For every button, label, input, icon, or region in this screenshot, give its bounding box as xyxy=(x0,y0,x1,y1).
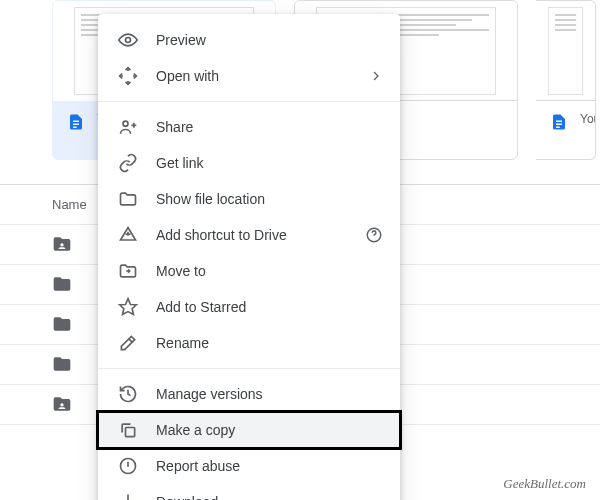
menu-label: Rename xyxy=(156,335,384,351)
menu-item-move-to[interactable]: Move to xyxy=(98,253,400,289)
menu-label: Manage versions xyxy=(156,386,384,402)
menu-item-manage-versions[interactable]: Manage versions xyxy=(98,376,400,412)
menu-item-open-with[interactable]: Open with xyxy=(98,58,400,94)
menu-item-add-shortcut[interactable]: Add shortcut to Drive xyxy=(98,217,400,253)
history-icon xyxy=(118,384,138,404)
folder-outline-icon xyxy=(118,189,138,209)
svg-line-10 xyxy=(129,339,132,342)
doc-icon xyxy=(67,113,85,131)
svg-marker-9 xyxy=(120,299,137,315)
menu-item-report-abuse[interactable]: Report abuse xyxy=(98,448,400,484)
star-icon xyxy=(118,297,138,317)
menu-item-share[interactable]: Share xyxy=(98,109,400,145)
file-thumbnail xyxy=(536,1,595,101)
pencil-icon xyxy=(118,333,138,353)
chevron-right-icon xyxy=(368,68,384,84)
move-to-icon xyxy=(118,261,138,281)
folder-icon xyxy=(52,274,72,294)
alert-icon xyxy=(118,456,138,476)
file-subtitle: You xyxy=(580,111,596,128)
shared-folder-icon xyxy=(52,234,72,254)
svg-rect-11 xyxy=(126,428,135,437)
copy-icon xyxy=(118,420,138,440)
menu-label: Preview xyxy=(156,32,384,48)
svg-point-0 xyxy=(126,38,131,43)
person-add-icon xyxy=(118,117,138,137)
context-menu: Preview Open with Share Get link Show fi… xyxy=(98,14,400,500)
menu-label: Open with xyxy=(156,68,368,84)
menu-label: Share xyxy=(156,119,384,135)
eye-icon xyxy=(118,30,138,50)
menu-item-download[interactable]: Download xyxy=(98,484,400,500)
menu-label: Show file location xyxy=(156,191,384,207)
drive-shortcut-icon xyxy=(118,225,138,245)
menu-item-show-location[interactable]: Show file location xyxy=(98,181,400,217)
file-card[interactable]: You xyxy=(536,0,596,160)
menu-label: Get link xyxy=(156,155,384,171)
menu-item-make-a-copy[interactable]: Make a copy xyxy=(98,412,400,448)
menu-label: Add shortcut to Drive xyxy=(156,227,364,243)
menu-item-add-starred[interactable]: Add to Starred xyxy=(98,289,400,325)
open-with-icon xyxy=(118,66,138,86)
menu-label: Make a copy xyxy=(156,422,384,438)
watermark: GeekBullet.com xyxy=(503,476,586,492)
doc-icon xyxy=(550,113,568,131)
link-icon xyxy=(118,153,138,173)
menu-label: Add to Starred xyxy=(156,299,384,315)
folder-icon xyxy=(52,314,72,334)
menu-separator xyxy=(98,101,400,102)
menu-item-rename[interactable]: Rename xyxy=(98,325,400,361)
menu-label: Report abuse xyxy=(156,458,384,474)
folder-icon xyxy=(52,354,72,374)
menu-item-get-link[interactable]: Get link xyxy=(98,145,400,181)
menu-label: Download xyxy=(156,494,384,500)
menu-label: Move to xyxy=(156,263,384,279)
help-icon[interactable] xyxy=(364,226,384,244)
svg-point-1 xyxy=(123,121,128,126)
menu-separator xyxy=(98,368,400,369)
download-icon xyxy=(118,492,138,500)
shared-folder-icon xyxy=(52,394,72,414)
menu-item-preview[interactable]: Preview xyxy=(98,22,400,58)
